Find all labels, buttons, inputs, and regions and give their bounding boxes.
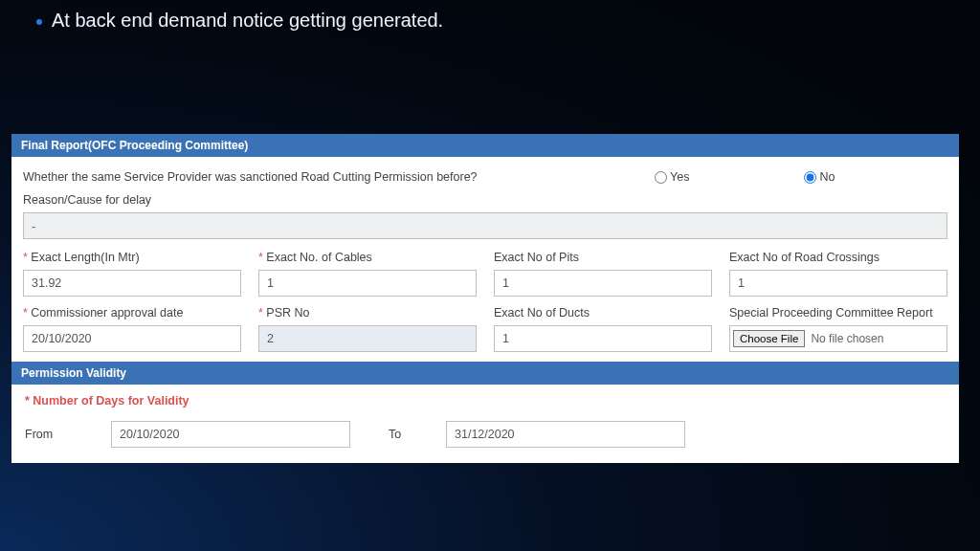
field-input[interactable] bbox=[258, 325, 477, 352]
from-date-input[interactable] bbox=[111, 421, 350, 448]
radio-no[interactable]: No bbox=[804, 170, 835, 184]
radio-no-label: No bbox=[819, 170, 835, 184]
field-input[interactable] bbox=[258, 270, 477, 297]
required-asterisk: * bbox=[258, 251, 266, 264]
validity-title: * Number of Days for Validity bbox=[25, 394, 946, 408]
required-asterisk: * bbox=[258, 306, 266, 320]
file-input-wrap[interactable]: Choose FileNo file chosen bbox=[729, 325, 947, 352]
field-cell: * Commissioner approval date bbox=[23, 306, 241, 352]
final-report-body: Whether the same Service Provider was sa… bbox=[11, 157, 959, 362]
to-label: To bbox=[389, 428, 427, 441]
field-label: * PSR No bbox=[258, 306, 477, 320]
permission-validity-header: Permission Validity bbox=[11, 362, 959, 385]
field-cell: Exact No of Pits bbox=[494, 251, 712, 297]
field-label: Exact No of Ducts bbox=[494, 306, 712, 320]
from-label: From bbox=[25, 428, 92, 441]
field-label: * Exact Length(In Mtr) bbox=[23, 251, 241, 264]
bullet-text: At back end demand notice getting genera… bbox=[52, 10, 443, 32]
field-input[interactable] bbox=[494, 270, 712, 297]
bullet-icon bbox=[36, 19, 42, 25]
field-cell: * PSR No bbox=[258, 306, 477, 352]
field-cell: Exact No of Ducts bbox=[494, 306, 712, 352]
radio-yes-label: Yes bbox=[670, 170, 689, 184]
radio-yes[interactable]: Yes bbox=[655, 170, 689, 184]
validity-title-text: Number of Days for Validity bbox=[33, 394, 189, 408]
field-input[interactable] bbox=[23, 270, 241, 297]
sanction-question-row: Whether the same Service Provider was sa… bbox=[23, 165, 947, 189]
field-label: Exact No of Road Crossings bbox=[729, 251, 947, 264]
choose-file-button[interactable]: Choose File bbox=[733, 330, 805, 347]
delay-label: Reason/Cause for delay bbox=[23, 189, 947, 212]
field-cell: * Exact Length(In Mtr) bbox=[23, 251, 241, 297]
field-input[interactable] bbox=[729, 270, 947, 297]
permission-validity-body: * Number of Days for Validity From To bbox=[11, 385, 959, 463]
required-asterisk: * bbox=[23, 251, 31, 264]
validity-date-row: From To bbox=[25, 421, 946, 448]
sanction-radio-group: Yes No bbox=[655, 170, 835, 184]
field-label: * Commissioner approval date bbox=[23, 306, 241, 320]
field-grid: * Exact Length(In Mtr)* Exact No. of Cab… bbox=[23, 251, 947, 352]
form-container: Final Report(OFC Proceeding Committee) W… bbox=[11, 134, 959, 463]
radio-no-input[interactable] bbox=[804, 171, 816, 184]
slide-bullet: At back end demand notice getting genera… bbox=[36, 10, 443, 32]
sanction-question-text: Whether the same Service Provider was sa… bbox=[23, 170, 616, 184]
file-status-text: No file chosen bbox=[811, 332, 883, 345]
field-input[interactable] bbox=[494, 325, 712, 352]
radio-yes-input[interactable] bbox=[655, 171, 667, 184]
to-date-input[interactable] bbox=[446, 421, 685, 448]
field-label: * Exact No. of Cables bbox=[258, 251, 477, 264]
field-label: Exact No of Pits bbox=[494, 251, 712, 264]
field-label: Special Proceeding Committee Report bbox=[729, 306, 947, 320]
delay-input[interactable] bbox=[23, 212, 947, 239]
field-input[interactable] bbox=[23, 325, 241, 352]
field-cell: Exact No of Road Crossings bbox=[729, 251, 947, 297]
final-report-header: Final Report(OFC Proceeding Committee) bbox=[11, 134, 959, 157]
field-cell: * Exact No. of Cables bbox=[258, 251, 477, 297]
required-asterisk: * bbox=[23, 306, 31, 320]
field-cell: Special Proceeding Committee ReportChoos… bbox=[729, 306, 947, 352]
